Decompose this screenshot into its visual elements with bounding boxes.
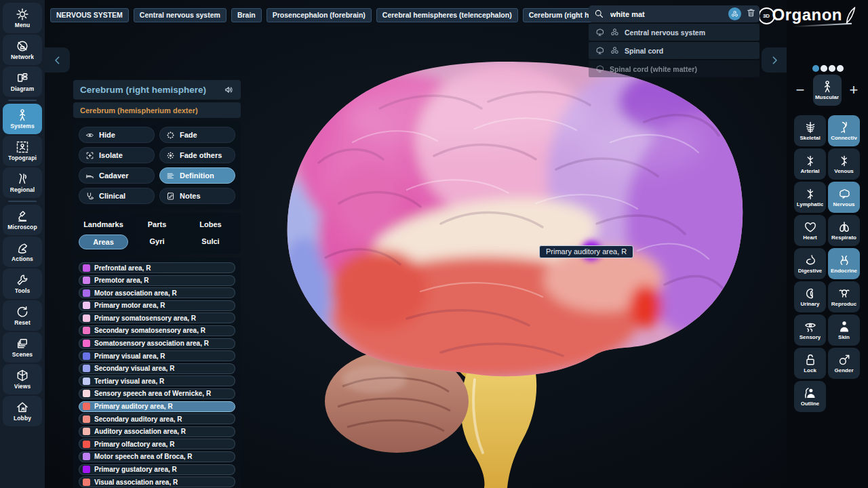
- cerebrum-regions[interactable]: [260, 41, 785, 393]
- sidebar-item-lobby[interactable]: Lobby: [3, 396, 42, 426]
- zoom-out-button[interactable]: −: [794, 84, 806, 96]
- breadcrumb-item[interactable]: Cerebral hemispheres (telencephalon): [376, 8, 518, 22]
- system-tile-respiratory[interactable]: Respirato: [828, 215, 860, 246]
- page-dot[interactable]: [812, 65, 819, 72]
- gender-button[interactable]: Gender: [828, 348, 860, 379]
- search-result-label: Central nervous system: [625, 28, 705, 37]
- uterus-icon: [837, 287, 851, 300]
- lymph-icon: [804, 187, 817, 201]
- page-dot[interactable]: [821, 65, 827, 72]
- search-result[interactable]: Spinal cord (white matter): [589, 60, 760, 77]
- list-item[interactable]: Primary somatosensory area, R: [79, 312, 235, 323]
- sidebar-item-views[interactable]: Views: [3, 364, 42, 394]
- system-tile-urinary[interactable]: Urinary: [794, 281, 826, 312]
- isolate-button[interactable]: Isolate: [79, 147, 155, 163]
- definition-button[interactable]: Definition: [159, 167, 235, 184]
- area-color-swatch: [83, 479, 90, 486]
- tab-areas[interactable]: Areas: [79, 235, 128, 249]
- outline-button[interactable]: Outline: [794, 381, 826, 412]
- pronounce-speaker-icon[interactable]: [224, 85, 234, 95]
- zoom-in-button[interactable]: +: [848, 84, 860, 96]
- fade-button[interactable]: Fade: [159, 127, 235, 143]
- system-tile-venous[interactable]: Venous: [828, 148, 860, 180]
- page-dot[interactable]: [837, 65, 844, 72]
- page-dot[interactable]: [829, 65, 835, 72]
- sidebar-item-systems[interactable]: Systems: [3, 104, 42, 134]
- area-label: Secondary visual area, R: [94, 365, 174, 372]
- collapse-panel-button[interactable]: [45, 47, 70, 73]
- quill-icon: [844, 5, 859, 26]
- system-tile-connective[interactable]: Connectiv: [828, 115, 860, 146]
- area-list: Prefrontal area, R Premotor area, R Moto…: [73, 258, 241, 488]
- tab-parts[interactable]: Parts: [132, 218, 182, 231]
- system-tile-heart[interactable]: Heart: [794, 215, 826, 246]
- search-input[interactable]: [609, 9, 728, 19]
- sidebar-item-topographic[interactable]: Topograpi: [3, 136, 42, 166]
- cadaver-button[interactable]: Cadaver: [79, 167, 155, 184]
- system-tile-arterial[interactable]: Arterial: [794, 148, 826, 180]
- list-item[interactable]: Auditory association area, R: [79, 426, 235, 437]
- sidebar-item-tools[interactable]: Tools: [3, 268, 42, 299]
- fade-others-button[interactable]: Fade others: [159, 147, 235, 163]
- sidebar-item-scenes[interactable]: Scenes: [3, 332, 42, 363]
- area-color-swatch: [83, 277, 90, 284]
- search-bar[interactable]: [589, 5, 760, 22]
- sidebar-item-actions[interactable]: Actions: [3, 237, 42, 267]
- system-tile-nervous[interactable]: Nervous: [828, 182, 860, 213]
- system-tile-lymphatic[interactable]: Lymphatic: [794, 182, 826, 213]
- sidebar-item-regional[interactable]: Regional: [3, 167, 42, 198]
- breadcrumb-item[interactable]: Brain: [231, 8, 262, 22]
- list-item[interactable]: Primary motor area, R: [79, 300, 235, 311]
- list-item[interactable]: Primary gustatory area, R: [79, 464, 235, 475]
- sidebar-item-menu[interactable]: Menu: [3, 3, 42, 33]
- system-tile-digestive[interactable]: Digestive: [794, 248, 826, 279]
- search-result[interactable]: Spinal cord: [589, 42, 760, 59]
- tab-landmarks[interactable]: Landmarks: [79, 218, 128, 231]
- lock-button[interactable]: Lock: [794, 348, 826, 379]
- clear-search-button[interactable]: [746, 7, 756, 20]
- tab-gyri[interactable]: Gyri: [132, 235, 182, 248]
- list-item[interactable]: Tertiary visual area, R: [79, 375, 235, 386]
- system-tile-muscular[interactable]: Muscular: [813, 75, 842, 106]
- sidebar-item-label: Network: [11, 54, 34, 60]
- list-item[interactable]: Motor speech area of Broca, R: [79, 451, 235, 462]
- search-result[interactable]: Central nervous system: [589, 24, 760, 41]
- system-tile-skeletal[interactable]: Skeletal: [794, 115, 826, 146]
- muscular-icon: [821, 80, 834, 94]
- list-item[interactable]: Secondary somatosensory area, R: [79, 325, 235, 336]
- system-tile-sensory[interactable]: Sensory: [794, 314, 826, 346]
- list-item[interactable]: Secondary auditory area, R: [79, 413, 235, 424]
- list-item[interactable]: Primary visual area, R: [79, 350, 235, 361]
- list-item[interactable]: Primary olfactory area, R: [79, 439, 235, 449]
- list-item[interactable]: Motor association area, R: [79, 287, 235, 298]
- area-color-swatch: [83, 264, 90, 272]
- trash-icon: [746, 7, 756, 18]
- breadcrumb-item[interactable]: Prosencephalon (forebrain): [267, 8, 372, 22]
- sidebar-item-microscopic[interactable]: Microscop: [3, 205, 42, 235]
- sidebar-item-network[interactable]: Network: [3, 35, 42, 65]
- list-item[interactable]: Visual association area, R: [79, 476, 235, 487]
- system-tile-endocrine[interactable]: Endocrine: [828, 248, 860, 279]
- list-item[interactable]: Sensory speech area of Wernicke, R: [79, 388, 235, 399]
- search-group-button[interactable]: [728, 7, 741, 20]
- list-item[interactable]: Prefrontal area, R: [79, 262, 235, 273]
- list-item[interactable]: Secondary visual area, R: [79, 363, 235, 374]
- expand-sidebar-button[interactable]: [762, 47, 787, 73]
- tile-label: Heart: [803, 235, 816, 241]
- breadcrumb-item[interactable]: NERVOUS SYSTEM: [50, 8, 129, 22]
- clinical-button[interactable]: Clinical: [79, 188, 155, 204]
- list-item[interactable]: Somatosensory association area, R: [79, 338, 235, 349]
- breadcrumb-item[interactable]: Central nervous system: [134, 8, 226, 22]
- list-item-selected[interactable]: Primary auditory area, R: [79, 401, 235, 412]
- area-label: Secondary somatosensory area, R: [94, 327, 205, 334]
- notes-button[interactable]: Notes: [159, 188, 235, 204]
- list-item[interactable]: Premotor area, R: [79, 275, 235, 286]
- topographic-icon: [16, 140, 29, 154]
- sidebar-item-diagram[interactable]: Diagram: [3, 66, 42, 97]
- system-tile-skin[interactable]: Skin: [828, 314, 860, 346]
- hide-button[interactable]: Hide: [79, 127, 155, 143]
- system-tile-reproductive[interactable]: Reproduc: [828, 281, 860, 312]
- tab-sulci[interactable]: Sulci: [186, 235, 235, 248]
- tab-lobes[interactable]: Lobes: [186, 218, 235, 231]
- sidebar-item-reset[interactable]: Reset: [3, 300, 42, 331]
